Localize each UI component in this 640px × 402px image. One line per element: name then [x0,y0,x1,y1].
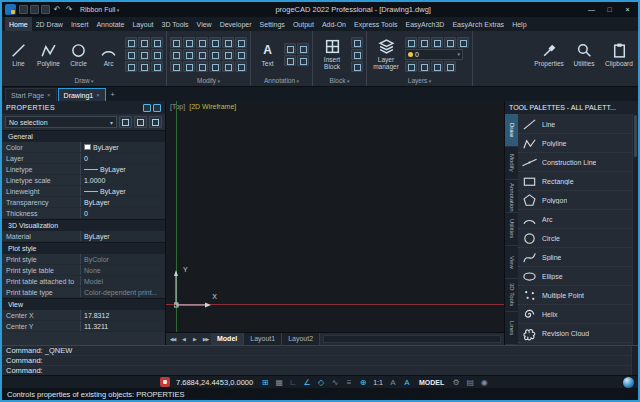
layout-sheet-icon[interactable]: ▤ [464,377,476,388]
layer-tool-icon[interactable] [405,37,417,48]
modify-tool-icon[interactable] [196,37,208,48]
doc-tab-start-page[interactable]: Start Page × [5,88,57,101]
ribbon-tab-layout[interactable]: Layout [128,17,157,31]
ribbon-tab-easyarch3d[interactable]: EasyArch3D [401,17,448,31]
minimize-button[interactable]: — [584,4,599,15]
new-file-icon[interactable] [19,5,28,14]
snap-toggle-icon[interactable]: ⊞ [259,377,271,388]
palette-tool-polyline[interactable]: Polyline [518,134,632,153]
maximize-button[interactable]: □ [602,4,617,15]
palette-tool-polygon[interactable]: Polygon [518,191,632,210]
progecad-status-logo-icon[interactable] [623,377,634,388]
palette-tab-3d-tools[interactable]: 3D Tools [505,279,518,312]
palette-tab-annotations[interactable]: Annotations [505,180,518,213]
drawing-canvas[interactable]: [Top] [2D Wireframe] Y X [166,101,504,332]
ribbon-tab-annotate[interactable]: Annotate [92,17,128,31]
draw-tool-icon[interactable] [138,61,150,72]
property-value[interactable]: 0 [80,153,165,163]
scrollbar-thumb[interactable] [634,115,637,157]
select-objects-button[interactable] [134,116,147,128]
layer-tool-icon[interactable] [444,61,456,72]
close-button[interactable]: × [620,4,635,15]
draw-tool-icon[interactable] [138,37,150,48]
section-header-3d-visualization[interactable]: 3D Visualization [2,219,165,231]
annotation-scale-button[interactable]: 1:1 [371,379,385,386]
modify-tool-icon[interactable] [209,61,221,72]
modify-tool-icon[interactable] [196,61,208,72]
property-row-print-style[interactable]: Print style ByColor [2,254,165,265]
ribbon-mode-dropdown[interactable]: Ribbon Full [77,6,122,13]
property-row-print-table-type[interactable]: Print table type Color-dependent print..… [2,287,165,298]
ribbon-tab-3d-tools[interactable]: 3D Tools [158,17,193,31]
section-header-general[interactable]: General [2,130,165,142]
coordinates-display[interactable]: 7.6884,24.4453,0.0000 [176,378,253,387]
property-row-layer[interactable]: Layer 0 [2,153,165,164]
draw-tool-icon[interactable] [151,37,163,48]
model-space-button[interactable]: MODEL [415,379,448,386]
ribbon-tab-2d-draw[interactable]: 2D Draw [32,17,67,31]
property-row-center-y[interactable]: Center Y 11.3211 [2,321,165,332]
property-value[interactable]: ByLayer [80,186,165,196]
viewport-visual-style-control[interactable]: [2D Wireframe] [189,103,236,110]
property-row-transparency[interactable]: Transparency ByLayer [2,197,165,208]
clipboard-button[interactable]: Clipboard [603,42,635,67]
palette-tool-multiple-point[interactable]: Multiple Point [518,286,632,305]
dynamic-input-toggle-icon[interactable]: ⊕ [357,377,369,388]
ribbon-tab-home[interactable]: Home [5,17,32,31]
save-file-icon[interactable] [41,5,50,14]
modify-tool-icon[interactable] [222,61,234,72]
layer-dropdown[interactable]: 0 [405,49,463,60]
line-tool-button[interactable]: Line [5,42,32,67]
property-row-linetype[interactable]: Linetype ByLayer [2,164,165,175]
property-row-linetype-scale[interactable]: Linetype scale 1.0000 [2,175,165,186]
property-value[interactable]: 1.0000 [80,175,165,185]
layer-tool-icon[interactable] [418,61,430,72]
layer-tool-icon[interactable] [431,61,443,72]
insert-block-button[interactable]: Insert Block [316,38,348,70]
layer-tool-icon[interactable] [405,61,417,72]
palette-tool-rectangle[interactable]: Rectangle [518,172,632,191]
palette-tab-draw[interactable]: Draw [505,114,518,147]
modify-tool-icon[interactable] [235,37,247,48]
draw-tool-icon[interactable] [125,61,137,72]
property-value[interactable]: 0 [80,208,165,218]
palette-tool-spline[interactable]: Spline [518,248,632,267]
layout2-tab[interactable]: Layout2 [282,333,320,345]
annotation-autoscale-icon[interactable]: A [401,377,413,388]
palette-tab-view[interactable]: View [505,246,518,279]
esnap-toggle-icon[interactable]: ◇ [315,377,327,388]
ribbon-tab-settings[interactable]: Settings [256,17,289,31]
lineweight-toggle-icon[interactable]: ≡ [343,377,355,388]
annotation-tool-icon[interactable] [284,43,296,54]
modify-tool-icon[interactable] [183,49,195,60]
draw-tool-icon[interactable] [125,37,137,48]
polyline-tool-button[interactable]: Polyline [35,42,62,67]
modify-tool-icon[interactable] [209,49,221,60]
command-input-line[interactable]: Command: [2,366,631,375]
gear-icon[interactable]: ⚙ [450,377,462,388]
palette-tool-circle[interactable]: Circle [518,229,632,248]
modify-tool-icon[interactable] [196,49,208,60]
block-tool-icon[interactable] [351,61,363,72]
command-scrollbar[interactable] [631,346,638,375]
palette-scrollbar[interactable] [632,114,638,345]
draw-panel-label[interactable]: Draw [5,75,163,86]
palette-tool-construction-line[interactable]: Construction Line [518,153,632,172]
palette-tool-helix[interactable]: Helix [518,305,632,324]
ribbon-tab-developer[interactable]: Developer [216,17,256,31]
properties-panel-header[interactable]: PROPERTIES [2,101,165,114]
modify-tool-icon[interactable] [209,37,221,48]
ribbon-tab-help[interactable]: Help [508,17,530,31]
property-value[interactable]: ByLayer [80,164,165,174]
tool-palettes-header[interactable]: TOOL PALETTES - ALL PALETT... [505,101,638,114]
layer-tool-icon[interactable] [431,37,443,48]
next-layout-button[interactable]: ▶ [189,336,200,342]
ribbon-tab-output[interactable]: Output [289,17,318,31]
viewport-view-control[interactable]: [Top] [170,103,185,110]
ribbon-tab-easyarch-extras[interactable]: EasyArch Extras [448,17,508,31]
quick-select-button[interactable] [149,116,162,128]
modify-tool-icon[interactable] [183,61,195,72]
block-tool-icon[interactable] [351,37,363,48]
toggle-pickadd-button[interactable] [119,116,132,128]
ribbon-tab-insert[interactable]: Insert [67,17,93,31]
